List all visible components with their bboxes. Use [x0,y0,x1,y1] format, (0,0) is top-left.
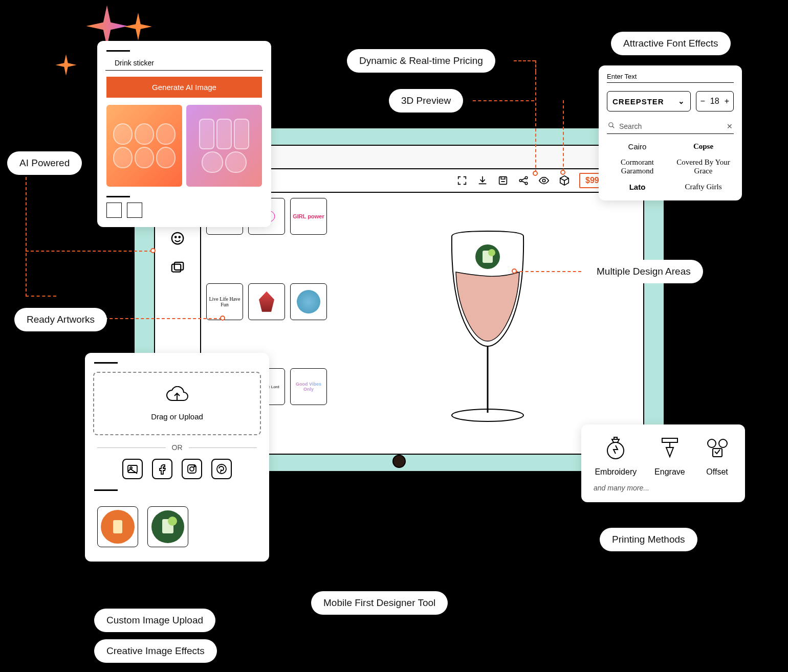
print-method-label: Embroidery [595,467,637,477]
print-method-label: Engrave [654,467,685,477]
monitor-camera [392,455,406,468]
uploaded-image-thumb[interactable] [147,506,188,547]
font-search-placeholder: Search [619,122,642,130]
feature-upload-pill: Custom Image Upload [94,609,215,632]
share-icon[interactable] [518,175,529,186]
generate-ai-button[interactable]: Generate AI Image [106,77,262,98]
feature-areas-pill: Multiple Design Areas [584,260,703,283]
svg-rect-32 [662,438,677,442]
preview-icon[interactable] [538,175,550,186]
svg-point-22 [194,466,195,467]
offset-icon [703,434,732,462]
svg-point-30 [607,442,624,459]
font-option[interactable]: Covered By Your Grace [673,158,734,175]
sparkle-icon [54,53,78,77]
font-option[interactable]: Copse [673,142,734,151]
emoji-tool-icon[interactable] [170,231,185,246]
artwork-thumb[interactable]: Good Vibes Only [290,368,327,405]
feature-effects-pill: Creative Image Effects [94,639,217,663]
svg-point-9 [179,236,181,238]
upload-drop-label: Drag or Upload [107,412,247,421]
facebook-icon[interactable] [152,459,172,479]
svg-point-7 [172,233,184,244]
sparkle-icon [123,11,154,42]
search-icon [608,122,615,130]
font-card: Enter Text CREEPSTER ⌄ − 18 + Search ✕ C… [599,65,742,200]
svg-point-4 [542,179,545,182]
cube-3d-icon[interactable] [559,175,570,186]
download-icon[interactable] [477,175,488,186]
svg-rect-0 [499,177,507,185]
font-option[interactable]: Crafty Girls [673,183,734,191]
font-option[interactable]: Cairo [607,142,668,151]
feature-3d-pill: 3D Preview [389,89,463,113]
monitor-stand [348,473,450,554]
font-search-input[interactable]: Search ✕ [607,119,734,134]
svg-rect-10 [172,264,181,272]
font-enter-text-label: Enter Text [599,73,742,82]
ai-option-square[interactable] [127,203,142,218]
save-icon[interactable] [497,175,509,186]
artwork-thumb[interactable] [290,283,327,320]
svg-point-34 [719,439,727,447]
svg-rect-18 [128,465,137,473]
photo-tool-icon[interactable] [170,260,185,276]
feature-dynamic-pill: Dynamic & Real-time Pricing [347,49,495,73]
font-selected-value: CREEPSTER [612,97,664,106]
plus-icon[interactable]: + [725,97,729,106]
feature-ready-pill: Ready Artworks [14,308,107,331]
artwork-thumb[interactable]: GIRL power [290,198,327,235]
instagram-icon[interactable] [182,459,202,479]
svg-point-21 [190,467,194,471]
svg-point-28 [168,517,177,526]
font-size-value: 18 [710,97,719,106]
svg-rect-25 [113,520,122,533]
printing-card: Embroidery Engrave Offset and many more.… [581,424,745,502]
embroidery-icon [601,434,630,462]
svg-point-16 [488,249,495,256]
engrave-icon [655,434,684,462]
svg-rect-31 [614,437,617,439]
print-method[interactable]: Embroidery [595,434,637,477]
font-size-stepper[interactable]: − 18 + [696,91,734,111]
close-icon[interactable]: ✕ [727,122,733,130]
upload-card: Drag or Upload OR [85,353,269,562]
artwork-thumb[interactable] [248,283,285,320]
artwork-thumb[interactable]: Live Life Have Fun [206,283,243,320]
feature-printing-pill: Printing Methods [600,528,697,551]
svg-point-23 [217,464,226,474]
design-canvas[interactable] [332,193,643,454]
ai-result-image[interactable] [106,105,182,187]
feature-fonts-pill: Attractive Font Effects [611,32,731,55]
upload-dropzone[interactable]: Drag or Upload [93,372,261,435]
print-method-label: Offset [703,467,732,477]
ai-input-value[interactable]: Drink sticker [105,59,263,71]
font-option[interactable]: Lato [607,183,668,191]
or-divider: OR [85,443,269,452]
svg-point-29 [609,123,613,127]
cloud-upload-icon [107,386,247,409]
print-method[interactable]: Offset [703,434,732,477]
font-family-select[interactable]: CREEPSTER ⌄ [607,91,691,111]
pinterest-icon[interactable] [211,459,232,479]
feature-ai-pill: AI Powered [7,151,82,175]
chevron-down-icon: ⌄ [678,97,685,106]
product-wine-glass [431,221,544,425]
svg-rect-11 [174,262,184,270]
svg-point-17 [351,544,448,554]
feature-mobile-pill: Mobile First Designer Tool [311,591,448,615]
svg-point-33 [708,439,716,447]
ai-option-square[interactable] [106,203,122,218]
ai-card: Drink sticker Generate AI Image [97,41,271,227]
minus-icon[interactable]: − [701,97,705,106]
ai-result-image[interactable] [186,105,262,187]
gallery-icon[interactable] [122,459,143,479]
print-method[interactable]: Engrave [654,434,685,477]
uploaded-image-thumb[interactable] [97,506,138,547]
print-more-text: and many more... [581,482,745,502]
expand-icon[interactable] [456,175,468,186]
svg-point-8 [175,236,177,238]
font-option[interactable]: Cormorant Garamond [607,158,668,175]
